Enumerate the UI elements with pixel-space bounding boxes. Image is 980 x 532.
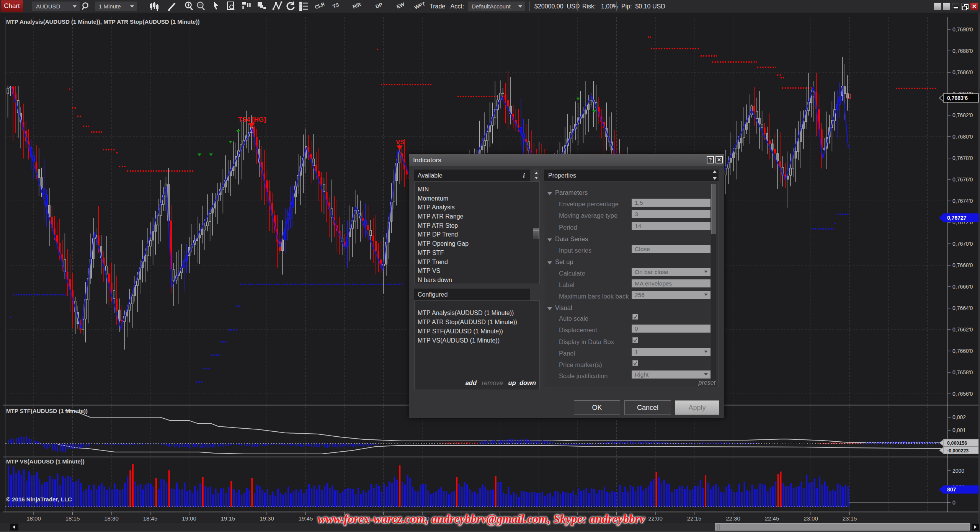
- svg-text:0,7682'0: 0,7682'0: [952, 112, 973, 118]
- svg-text:0,001: 0,001: [952, 427, 966, 433]
- svg-text:0,7686'0: 0,7686'0: [952, 69, 973, 75]
- svg-text:0,7656'0: 0,7656'0: [952, 391, 973, 397]
- svg-text:0,76727: 0,76727: [947, 215, 967, 221]
- svg-text:0,002: 0,002: [952, 414, 966, 420]
- svg-text:TS4 [HG]: TS4 [HG]: [238, 116, 266, 123]
- svg-text:VS: VS: [396, 139, 405, 146]
- svg-text:0,7668'0: 0,7668'0: [952, 262, 973, 268]
- svg-text:0,7670'0: 0,7670'0: [952, 241, 973, 247]
- svg-text:0,7664'0: 0,7664'0: [952, 305, 973, 311]
- svg-text:0,7666'0: 0,7666'0: [952, 284, 973, 290]
- svg-text:0,7690'0: 0,7690'0: [952, 26, 973, 33]
- svg-text:2000: 2000: [952, 468, 964, 474]
- svg-text:807: 807: [947, 486, 956, 493]
- svg-text:0,7658'0: 0,7658'0: [952, 369, 973, 375]
- svg-text:0,7683'6: 0,7683'6: [947, 95, 968, 101]
- svg-text:0,000156: 0,000156: [947, 441, 967, 446]
- svg-text:MTP Analysis(AUDUSD (1 Minute): MTP Analysis(AUDUSD (1 Minute)), MTP ATR…: [6, 18, 200, 25]
- svg-text:0,7662'0: 0,7662'0: [952, 326, 973, 333]
- svg-text:0,7676'0: 0,7676'0: [952, 176, 973, 183]
- svg-text:MTP VS(AUDUSD (1 Minute)): MTP VS(AUDUSD (1 Minute)): [6, 458, 85, 465]
- svg-text:0,7678'0: 0,7678'0: [952, 155, 973, 161]
- svg-text:0,7680'0: 0,7680'0: [952, 134, 973, 140]
- svg-text:MTP STF(AUDUSD (1 Minute)): MTP STF(AUDUSD (1 Minute)): [6, 408, 88, 414]
- svg-text:0,7660'0: 0,7660'0: [952, 348, 973, 354]
- svg-text:© 2016 NinjaTrader, LLC: © 2016 NinjaTrader, LLC: [6, 496, 72, 503]
- svg-text:0,7688'0: 0,7688'0: [952, 48, 973, 54]
- svg-text:0: 0: [952, 499, 956, 506]
- svg-text:0,7674'0: 0,7674'0: [952, 198, 973, 204]
- svg-text:-0,000223: -0,000223: [947, 448, 969, 454]
